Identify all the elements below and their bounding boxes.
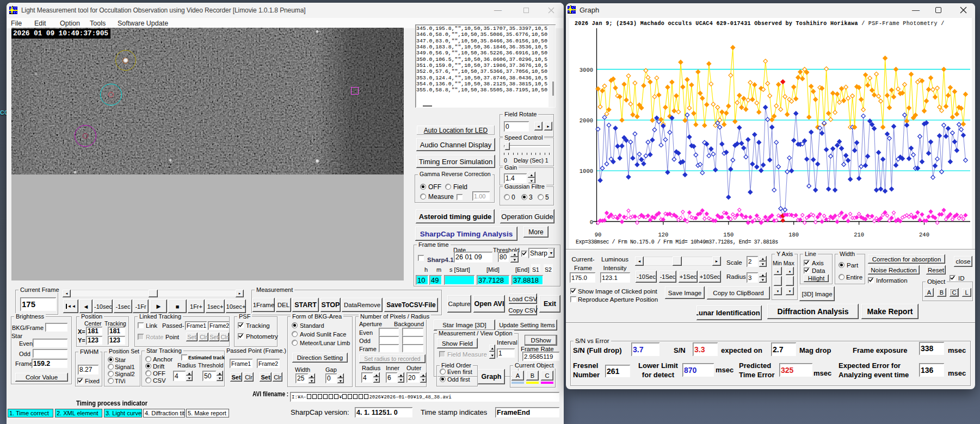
svg-text:1000: 1000: [580, 168, 593, 174]
svg-text:90: 90: [595, 232, 602, 238]
svg-text:240: 240: [919, 232, 929, 238]
svg-text:210: 210: [854, 232, 864, 238]
svg-text:0: 0: [590, 219, 593, 226]
svg-text:180: 180: [788, 232, 799, 238]
svg-text:120: 120: [658, 232, 668, 238]
svg-text:150: 150: [723, 232, 734, 238]
svg-text:2000: 2000: [580, 117, 593, 124]
svg-text:3000: 3000: [580, 67, 593, 73]
